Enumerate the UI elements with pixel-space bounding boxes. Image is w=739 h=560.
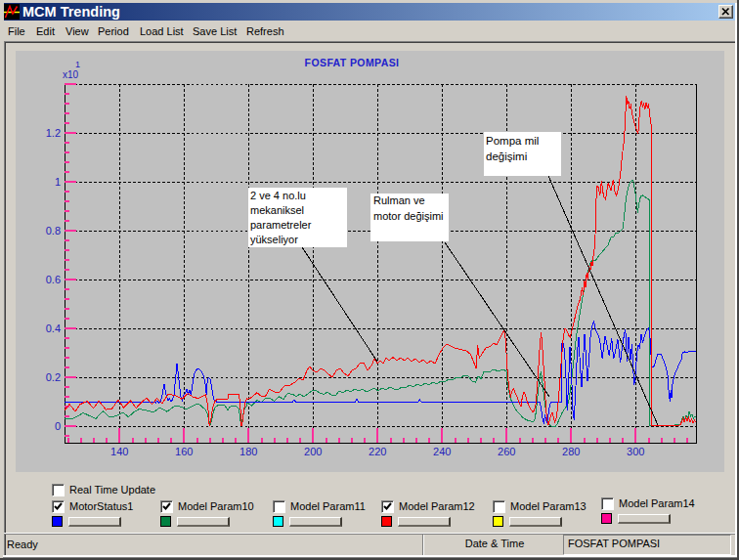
svg-text:yükseliyor: yükseliyor: [250, 234, 298, 245]
svg-text:0.4: 0.4: [46, 323, 61, 334]
svg-text:240: 240: [433, 446, 451, 457]
svg-text:Rulman ve: Rulman ve: [373, 194, 425, 206]
svg-text:160: 160: [175, 446, 193, 457]
svg-text:mekaniksel: mekaniksel: [250, 204, 304, 216]
svg-text:Pompa mil: Pompa mil: [486, 135, 539, 147]
svg-text:200: 200: [304, 446, 322, 457]
svg-text:1: 1: [75, 60, 80, 69]
svg-text:0.2: 0.2: [46, 371, 61, 383]
svg-text:140: 140: [110, 446, 128, 457]
svg-text:motor değişimi: motor değişimi: [373, 210, 444, 222]
svg-text:1.2: 1.2: [46, 127, 61, 139]
svg-text:değişimi: değişimi: [486, 151, 527, 162]
svg-text:0.6: 0.6: [46, 274, 61, 285]
svg-text:280: 280: [562, 446, 580, 457]
svg-text:x10: x10: [63, 69, 79, 80]
svg-text:1: 1: [55, 176, 61, 188]
svg-text:FOSFAT POMPASI: FOSFAT POMPASI: [305, 57, 400, 68]
svg-text:parametreler: parametreler: [250, 219, 312, 231]
svg-text:300: 300: [627, 446, 644, 457]
svg-text:260: 260: [498, 446, 515, 457]
svg-text:180: 180: [239, 446, 257, 457]
svg-text:2 ve 4 no.lu: 2 ve 4 no.lu: [250, 190, 306, 201]
svg-text:0.8: 0.8: [46, 225, 61, 237]
svg-text:0: 0: [55, 420, 61, 432]
svg-text:220: 220: [369, 446, 386, 457]
